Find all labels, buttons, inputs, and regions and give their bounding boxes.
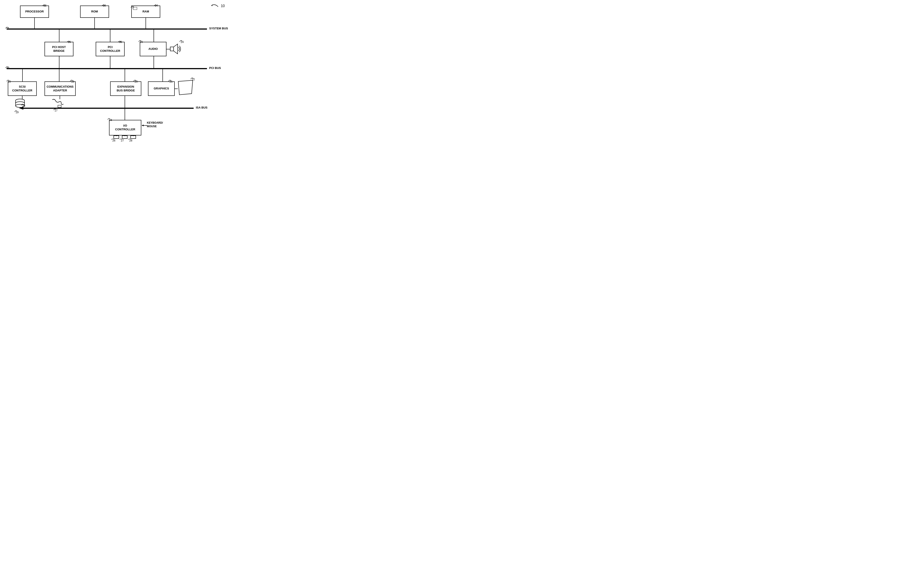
isa-bus-label: ISA BUS bbox=[196, 106, 208, 109]
ref13-line bbox=[101, 3, 106, 7]
ref19-line bbox=[14, 109, 18, 113]
ref16-line bbox=[66, 39, 71, 43]
ref27-line bbox=[119, 138, 122, 140]
monitor-icon bbox=[177, 79, 194, 96]
ref12-line bbox=[41, 3, 47, 7]
ram-to-sysbus-line bbox=[145, 18, 146, 29]
sysbus-to-audio-line bbox=[153, 30, 154, 42]
ref18-line bbox=[5, 79, 10, 82]
graphics-to-monitor-line bbox=[175, 89, 178, 89]
pcibridge-to-pcibus-line bbox=[59, 56, 59, 69]
rom-box: ROM bbox=[80, 6, 109, 18]
system-bus-line bbox=[7, 28, 207, 30]
ref11-line bbox=[5, 25, 9, 30]
io-port3-line bbox=[133, 135, 134, 136]
svg-marker-16 bbox=[142, 125, 144, 127]
ref22-line bbox=[190, 76, 194, 80]
sysbus-to-pcihostbridge-line bbox=[59, 30, 59, 42]
audio-to-speaker-line bbox=[167, 49, 170, 49]
keyboard-mouse-label: KEYBOARD/MOUSE bbox=[147, 121, 163, 128]
speaker-icon bbox=[169, 43, 182, 55]
svg-rect-13 bbox=[58, 105, 61, 107]
ref30-line bbox=[117, 39, 122, 43]
pcibus-to-expansion-line bbox=[125, 69, 125, 81]
processor-box: PROCESSOR bbox=[20, 6, 49, 18]
keyboard-mouse-arrow bbox=[141, 124, 148, 127]
ref29-line bbox=[132, 79, 137, 82]
processor-to-sysbus-line bbox=[34, 18, 35, 29]
ref28-line bbox=[127, 138, 131, 140]
ref26-line bbox=[111, 138, 114, 140]
ref21-line bbox=[167, 79, 172, 82]
architecture-diagram: 10 PROCESSOR 12 ROM 13 RAM 14 9 SYSTEM B… bbox=[0, 0, 231, 147]
ref34-line bbox=[107, 117, 111, 120]
communications-adapter-box: COMMUNICATIONSADAPTER bbox=[45, 81, 76, 96]
svg-marker-3 bbox=[178, 80, 193, 95]
ref20-line bbox=[5, 65, 9, 69]
isa-bus-line bbox=[22, 108, 194, 109]
scsi-to-disk-line bbox=[22, 96, 23, 99]
pcicontroller-to-pcibus-line bbox=[110, 56, 111, 69]
svg-marker-2 bbox=[173, 44, 178, 54]
comm-to-modem-line bbox=[59, 96, 60, 99]
figure-arrow-icon bbox=[210, 2, 219, 9]
pcibus-to-scsi-line bbox=[22, 69, 23, 81]
sysbus-to-pcicontroller-line bbox=[110, 30, 111, 42]
io-port2-line bbox=[125, 135, 125, 136]
ram-chip bbox=[133, 7, 137, 10]
io-controller-box: I/OCONTROLLER bbox=[109, 120, 141, 135]
svg-rect-1 bbox=[170, 47, 173, 51]
pcibus-to-comm-line bbox=[59, 69, 59, 81]
pci-bus-line bbox=[7, 68, 207, 69]
expansion-to-isabus-line bbox=[125, 96, 125, 108]
pcibus-to-graphics-line bbox=[162, 69, 163, 81]
ref25-line bbox=[20, 102, 25, 107]
scsi-controller-box: SCSICONTROLLER bbox=[8, 81, 37, 96]
ref23-line bbox=[137, 39, 142, 43]
io-port1-line bbox=[116, 135, 117, 136]
isabus-to-io-line bbox=[125, 109, 125, 120]
figure-number: 10 bbox=[221, 4, 225, 8]
expansion-bus-bridge-box: EXPANSIONBUS BRIDGE bbox=[110, 81, 141, 96]
graphics-box: GRAPHICS bbox=[148, 81, 175, 96]
audio-box: AUDIO bbox=[140, 42, 167, 56]
pci-controller-box: PCICONTROLLER bbox=[96, 42, 125, 56]
pci-host-bridge-box: PCI HOSTBRIDGE bbox=[45, 42, 73, 56]
ref15-line bbox=[69, 79, 73, 82]
ref14-line bbox=[153, 3, 158, 7]
pci-bus-label: PCI BUS bbox=[209, 66, 221, 70]
rom-to-sysbus-line bbox=[94, 18, 95, 29]
system-bus-label: SYSTEM BUS bbox=[209, 27, 228, 30]
ref24-line bbox=[178, 39, 183, 43]
audio-to-pcibus-line bbox=[153, 56, 154, 69]
